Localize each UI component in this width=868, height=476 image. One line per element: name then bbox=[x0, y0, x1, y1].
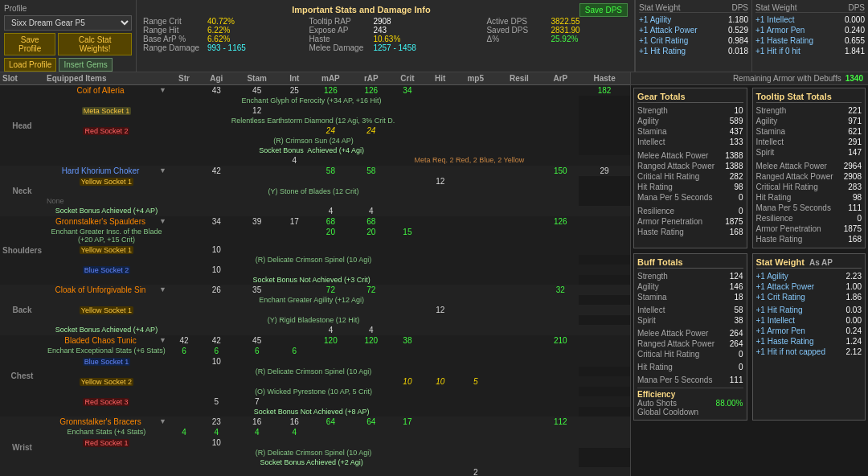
load-profile-button[interactable]: Load Profile bbox=[4, 58, 56, 72]
neck-agi: 42 bbox=[199, 166, 233, 176]
buff-totals-title: Buff Totals bbox=[637, 257, 743, 269]
save-profile-button[interactable]: Save Profile bbox=[4, 33, 55, 55]
w2r2-val: 0.240 bbox=[845, 26, 865, 35]
w2r2-label: +1 Armor Pen bbox=[755, 26, 805, 35]
item-name-neck[interactable]: Hard Khorium Choker bbox=[44, 166, 157, 176]
item-name-chest[interactable]: Bladed Chaos Tunic bbox=[44, 335, 157, 346]
melee-damage-label: Melee Damage bbox=[309, 43, 373, 52]
wr-resil bbox=[496, 416, 542, 427]
ch-blue-socket-label: Blue Socket 1 bbox=[44, 356, 169, 367]
w2r1-label: +1 Intellect bbox=[755, 15, 795, 24]
bk-mp5 bbox=[455, 285, 496, 295]
item-name-head[interactable]: Coif of Alleria bbox=[44, 85, 157, 96]
wr-hit bbox=[425, 416, 455, 427]
ch-mp5 bbox=[455, 335, 496, 346]
w1r2-label: +1 Attack Power bbox=[639, 26, 698, 35]
haste-label: Haste bbox=[309, 35, 373, 43]
table-row: Yellow Socket 2 10 10 5 bbox=[0, 376, 630, 387]
head-crit: 34 bbox=[390, 85, 426, 96]
sh-blue-socket-label: Blue Socket 2 bbox=[44, 265, 169, 275]
wr-stam: 16 bbox=[233, 416, 280, 427]
head-enchant: Enchant Glyph of Ferocity (+34 AP, +16 H… bbox=[44, 96, 579, 105]
head-red-gem: (R) Crimson Sun (24 AP) bbox=[44, 136, 579, 146]
melee-damage-val: 1257 - 1458 bbox=[373, 43, 486, 52]
head-ms1-stam: 12 bbox=[233, 105, 280, 116]
weight-col2-subtitle: DPS bbox=[848, 3, 865, 12]
center-stats: Important Stats and Damage Info Save DPS… bbox=[137, 0, 635, 72]
weight-col2-title: Stat Weight bbox=[755, 3, 797, 12]
sh-map: 68 bbox=[309, 216, 353, 227]
head-stam: 45 bbox=[233, 85, 280, 96]
dropdown-shoulders[interactable]: ▼ bbox=[157, 216, 169, 227]
table-row: Enchant Greater Insc. of the Blade (+20 … bbox=[0, 227, 630, 244]
table-row: (R) Delicate Crimson Spinel (10 Agi) bbox=[0, 448, 630, 458]
head-red-socket-label: Red Socket 2 bbox=[44, 125, 169, 136]
insert-gems-button[interactable]: Insert Gems bbox=[59, 58, 112, 72]
table-row: Red Socket 2 24 24 bbox=[0, 125, 630, 136]
bk-map: 72 bbox=[309, 285, 353, 295]
dropdown-back[interactable]: ▼ bbox=[157, 285, 169, 295]
profile-section: Profile Sixx Dream Gear P5 Save Profile … bbox=[0, 0, 137, 72]
active-dps-label: Active DPS bbox=[486, 17, 551, 26]
auto-shots-label: Auto Shots bbox=[637, 399, 677, 408]
head-meta-req: Meta Req. 2 Red, 2 Blue, 2 Yellow bbox=[309, 155, 630, 166]
head-rs2-mp5 bbox=[455, 125, 496, 136]
head-rap: 126 bbox=[353, 85, 390, 96]
w1r3-label: +1 Crit Rating bbox=[639, 36, 688, 45]
gear-totals-title: Gear Totals bbox=[637, 92, 743, 103]
save-dps-button[interactable]: Save DPS bbox=[579, 3, 628, 17]
head-ms1-str bbox=[169, 105, 199, 116]
sw-ap-content: +1 Agility2.23 +1 Attack Power1.00 +1 Cr… bbox=[756, 271, 862, 357]
head-bonus-val bbox=[44, 155, 169, 166]
bk-enchant: Enchant Greater Agility (+12 Agi) bbox=[44, 295, 579, 305]
right-weights: Stat Weight DPS +1 Agility1.180 +1 Attac… bbox=[635, 0, 868, 72]
head-rs2-map: 24 bbox=[309, 125, 353, 136]
profile-select[interactable]: Sixx Dream Gear P5 bbox=[4, 15, 132, 31]
sh-yellow-gem: (R) Delicate Crimson Spinel (10 Agi) bbox=[44, 255, 579, 265]
calc-weights-button[interactable]: Calc Stat Weights! bbox=[58, 33, 132, 55]
bk-rap: 72 bbox=[353, 285, 390, 295]
gear-totals-panel: Gear Totals Strength10 Agility589 Stamin… bbox=[633, 88, 747, 248]
gcd-label: Global Cooldown bbox=[637, 408, 698, 416]
neck-haste: 29 bbox=[579, 166, 630, 176]
efficiency-title: Efficiency bbox=[637, 390, 743, 399]
ch-ench-agi: 6 bbox=[199, 346, 233, 356]
col-int: Int bbox=[280, 72, 309, 85]
ch-arp: 210 bbox=[542, 335, 579, 346]
table-row: Enchant Exceptional Stats (+6 Stats) 6 6… bbox=[0, 346, 630, 356]
ch-stam: 45 bbox=[233, 335, 280, 346]
table-row: Head Coif of Alleria ▼ 43 45 25 126 126 … bbox=[0, 85, 630, 96]
dropdown-chest[interactable]: ▼ bbox=[157, 335, 169, 346]
expose-ap-label: Expose AP bbox=[309, 26, 373, 35]
wr-int: 16 bbox=[280, 416, 309, 427]
dropdown-head[interactable]: ▼ bbox=[157, 85, 169, 96]
bk-yellow-gem: (Y) Rigid Bladestone (12 Hit) bbox=[44, 315, 579, 325]
ch-red-socket-label: Red Socket 3 bbox=[44, 396, 169, 407]
table-row: Wrist Gronnstalker's Bracers ▼ 23 16 16 … bbox=[0, 416, 630, 427]
w1r4-val: 0.018 bbox=[728, 47, 748, 55]
bk-resil bbox=[496, 285, 542, 295]
head-ms1-map bbox=[309, 105, 353, 116]
item-name-wrist[interactable]: Gronnstalker's Bracers bbox=[44, 416, 157, 427]
range-damage-label: Range Damage bbox=[143, 43, 207, 52]
head-agi: 43 bbox=[199, 85, 233, 96]
wr-str bbox=[169, 416, 199, 427]
tooltip-totals-panel: Tooltip Stat Totals Strength221 Agility9… bbox=[752, 88, 866, 248]
slot-chest: Chest bbox=[0, 335, 44, 416]
item-name-shoulders[interactable]: Gronnstalker's Spaulders bbox=[44, 216, 157, 227]
bk-stam: 35 bbox=[233, 285, 280, 295]
items-table-section: Slot Equipped Items Str Agi Stam Int mAP… bbox=[0, 72, 631, 476]
item-name-back[interactable]: Cloak of Unforgivable Sin bbox=[44, 285, 157, 295]
col-dd bbox=[157, 72, 169, 85]
neck-socket-bonus: Socket Bonus Achieved (+4 AP) bbox=[44, 206, 169, 216]
ch-agi: 42 bbox=[199, 335, 233, 346]
range-crit-val: 40.72% bbox=[207, 17, 309, 26]
neck-crit bbox=[390, 166, 426, 176]
dropdown-neck[interactable]: ▼ bbox=[157, 166, 169, 176]
ch-hit bbox=[425, 335, 455, 346]
head-rs2-crit bbox=[390, 125, 426, 136]
dropdown-wrist[interactable]: ▼ bbox=[157, 416, 169, 427]
buff-totals-content: Strength124 Agility146 Stamina18 Intelle… bbox=[637, 271, 743, 416]
head-arp bbox=[542, 85, 579, 96]
bk-str bbox=[169, 285, 199, 295]
